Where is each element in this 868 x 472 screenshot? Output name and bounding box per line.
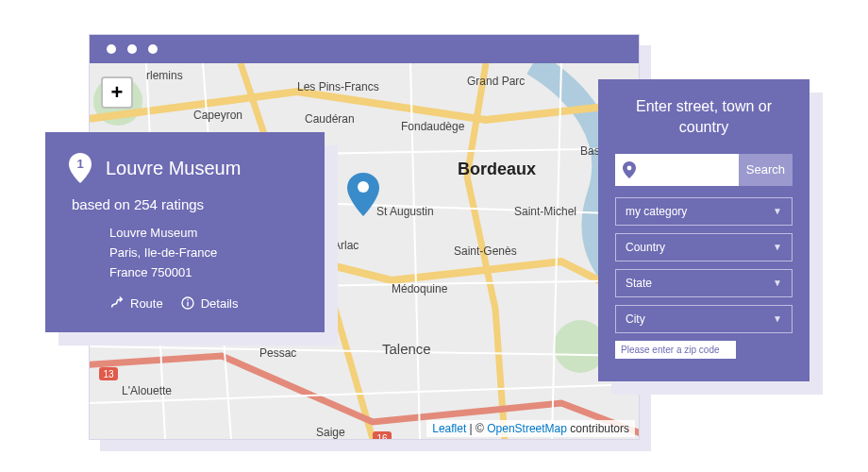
search-panel: Enter street, town or country Search my … [598,79,810,381]
address-line: France 750001 [109,263,302,283]
svg-text:1: 1 [76,157,83,171]
panel-heading: Enter street, town or country [615,96,793,139]
chevron-down-icon: ▼ [773,242,782,252]
route-icon [109,295,125,311]
chevron-down-icon: ▼ [773,313,782,324]
window-titlebar [90,35,639,63]
zoom-in-button[interactable]: + [101,76,133,109]
osm-link[interactable]: OpenStreetMap [487,422,567,435]
svg-rect-11 [187,302,188,307]
window-dot[interactable] [107,44,116,54]
route-button[interactable]: Route [109,295,163,311]
details-label: Details [201,296,239,311]
zip-input[interactable]: Please enter a zip code [615,341,736,359]
info-icon [180,295,195,311]
svg-rect-12 [187,299,188,300]
dropdown-label: City [626,312,645,326]
map-attribution: Leaflet | © OpenStreetMap contributors [426,420,635,437]
chevron-down-icon: ▼ [773,278,782,288]
location-title: Louvre Museum [106,158,241,179]
city-dropdown[interactable]: City ▼ [615,305,793,333]
rank-badge-icon: 1 [68,153,92,183]
country-dropdown[interactable]: Country ▼ [615,233,793,261]
category-dropdown[interactable]: my category ▼ [615,197,793,226]
zoom-controls: + [101,76,133,109]
state-dropdown[interactable]: State ▼ [615,269,793,297]
chevron-down-icon: ▼ [773,206,782,216]
map-marker-icon[interactable] [347,173,379,220]
window-dot[interactable] [127,44,137,54]
address-line: Louvre Museum [109,224,302,244]
dropdown-label: my category [626,205,687,218]
dropdown-label: State [626,277,652,290]
ratings-text: based on 254 ratings [72,196,302,212]
address-block: Louvre Museum Paris, Ile-de-France Franc… [109,224,302,282]
details-button[interactable]: Details [180,295,239,311]
card-title-row: 1 Louvre Museum [68,153,302,183]
card-actions: Route Details [109,295,302,311]
search-input[interactable] [643,154,739,186]
window-dot[interactable] [148,44,158,54]
location-card: 1 Louvre Museum based on 254 ratings Lou… [45,132,325,332]
svg-text:13: 13 [103,369,114,379]
svg-point-13 [627,165,632,170]
svg-text:16: 16 [376,433,388,439]
pin-icon [615,154,643,186]
search-row: Search [615,154,793,186]
dropdown-label: Country [626,241,665,254]
leaflet-link[interactable]: Leaflet [432,422,466,435]
search-button[interactable]: Search [739,154,793,186]
route-label: Route [130,296,163,311]
svg-point-8 [358,181,369,193]
address-line: Paris, Ile-de-France [109,244,302,263]
